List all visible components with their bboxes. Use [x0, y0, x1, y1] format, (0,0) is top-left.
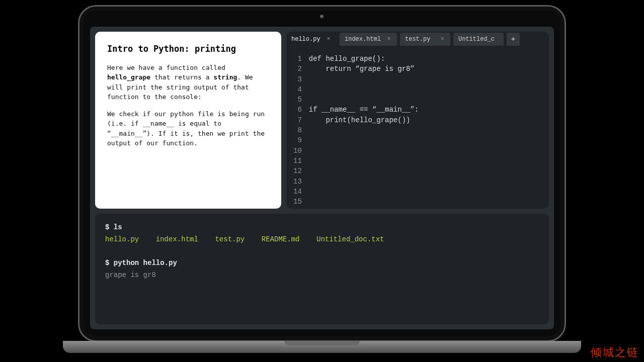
tab-label: index.html: [345, 36, 381, 43]
terminal-command: $ python hello.py: [105, 259, 177, 267]
terminal-file-list: hello.py index.html test.py README.md Un…: [105, 235, 384, 243]
tab-test-py[interactable]: test.py×: [400, 33, 450, 46]
code-area[interactable]: 1 2 3 4 5 6 7 8 9 10 11 12 13 14 15 16 d…: [286, 46, 549, 209]
watermark-text: 倾城之链: [591, 345, 639, 360]
editor-tabs: hello.py×index.html×test.py×Untitled_c+: [286, 32, 549, 46]
tab-hello-py[interactable]: hello.py×: [286, 33, 337, 46]
tab-untitled_c[interactable]: Untitled_c: [453, 33, 504, 46]
new-tab-button[interactable]: +: [507, 33, 520, 46]
tab-label: test.py: [405, 36, 434, 43]
code-content[interactable]: def hello_grape(): return “grape is gr8”…: [309, 54, 419, 201]
tab-index-html[interactable]: index.html×: [340, 33, 397, 46]
line-number-gutter: 1 2 3 4 5 6 7 8 9 10 11 12 13 14 15 16: [293, 54, 309, 201]
close-icon[interactable]: ×: [326, 36, 332, 42]
laptop-base: [63, 341, 581, 353]
camera-icon: [320, 15, 324, 19]
lesson-panel: Intro to Python: printing Here we have a…: [95, 32, 281, 209]
lesson-paragraph-2: We check if our python file is being run…: [107, 109, 269, 148]
close-icon[interactable]: ×: [386, 36, 392, 42]
terminal-panel[interactable]: $ ls hello.py index.html test.py README.…: [95, 214, 549, 324]
terminal-output: grape is gr8: [105, 271, 156, 279]
app-screen: Intro to Python: printing Here we have a…: [90, 27, 554, 329]
close-icon[interactable]: ×: [439, 36, 445, 42]
laptop-frame: Intro to Python: printing Here we have a…: [78, 5, 566, 342]
editor-panel: hello.py×index.html×test.py×Untitled_c+ …: [286, 32, 549, 209]
tab-label: hello.py: [291, 36, 320, 43]
terminal-command: $ ls: [105, 223, 122, 231]
lesson-title: Intro to Python: printing: [107, 43, 269, 56]
lesson-paragraph-1: Here we have a function called hello_gra…: [107, 63, 269, 102]
tab-label: Untitled_c: [458, 36, 499, 43]
